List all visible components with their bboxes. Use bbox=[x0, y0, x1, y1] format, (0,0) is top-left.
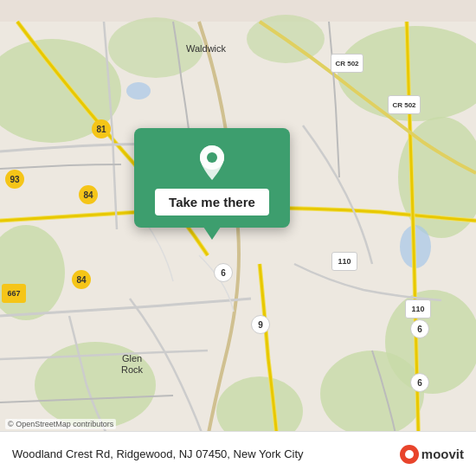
svg-point-12 bbox=[126, 82, 151, 100]
take-me-there-button[interactable]: Take me there bbox=[155, 189, 269, 215]
svg-point-14 bbox=[207, 152, 217, 163]
route-badge-r110-2: 110 bbox=[405, 299, 431, 318]
place-label-waldwick: Waldwick bbox=[186, 43, 226, 54]
route-badge-r81: 81 bbox=[92, 119, 111, 138]
moovit-logo: moovit bbox=[400, 445, 464, 464]
moovit-text: moovit bbox=[421, 447, 464, 461]
moovit-dot-icon bbox=[400, 445, 419, 464]
map-attribution: © OpenStreetMap contributors bbox=[5, 419, 116, 429]
address-text: Woodland Crest Rd, Ridgewood, NJ 07450, … bbox=[12, 447, 400, 460]
route-badge-cr502-right: CR 502 bbox=[388, 95, 421, 114]
route-badge-r93: 93 bbox=[5, 170, 24, 189]
route-badge-r84-1: 84 bbox=[79, 185, 98, 204]
map-container: Waldwick GlenRock CR 502 81 93 84 84 667… bbox=[0, 0, 476, 476]
route-badge-r9: 9 bbox=[251, 315, 270, 334]
route-badge-r667: 667 bbox=[2, 284, 26, 303]
location-pin-icon bbox=[196, 144, 228, 182]
route-badge-r110-1: 110 bbox=[331, 252, 357, 271]
route-badge-r6-1: 6 bbox=[214, 263, 233, 282]
svg-point-5 bbox=[320, 351, 424, 437]
city-name: City bbox=[284, 447, 303, 460]
bottom-bar: Woodland Crest Rd, Ridgewood, NJ 07450, … bbox=[0, 431, 476, 476]
route-badge-r84-2: 84 bbox=[72, 270, 91, 289]
map-svg bbox=[0, 0, 476, 476]
popup-card: Take me there bbox=[134, 128, 290, 228]
place-label-glen-rock: GlenRock bbox=[121, 353, 143, 376]
route-badge-r6-2: 6 bbox=[410, 319, 429, 338]
route-badge-r6-3: 6 bbox=[410, 373, 429, 392]
route-badge-cr502-top: CR 502 bbox=[331, 54, 363, 73]
address-line: Woodland Crest Rd, Ridgewood, NJ 07450, … bbox=[12, 447, 281, 460]
